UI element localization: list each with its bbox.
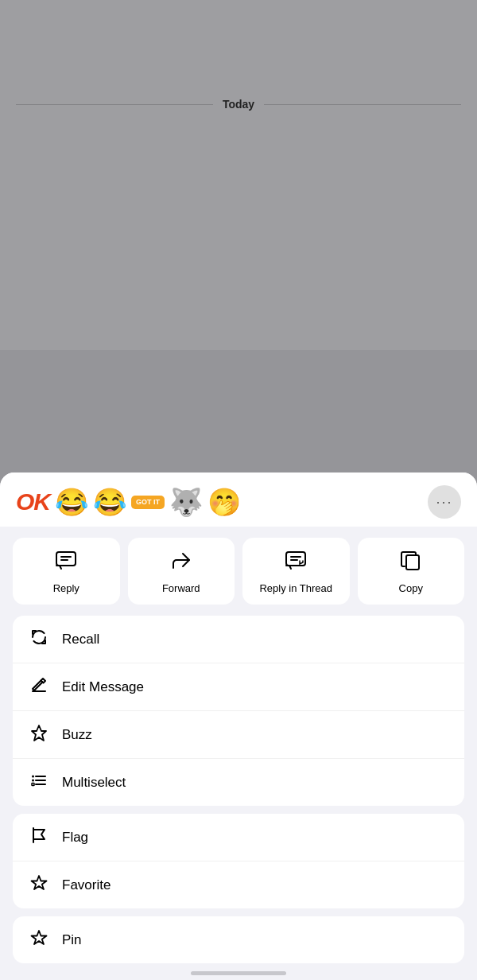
emoji-more-button[interactable]: ··· xyxy=(428,485,461,519)
flag-item[interactable]: Flag xyxy=(13,814,464,861)
svg-point-11 xyxy=(32,776,34,778)
forward-button[interactable]: Forward xyxy=(128,538,235,605)
reply-thread-label: Reply in Thread xyxy=(259,582,332,595)
menu-group-1: Recall Edit Message Buzz xyxy=(13,616,464,806)
emoji-laugh-tears-2[interactable]: 😂 xyxy=(93,486,126,518)
reply-button[interactable]: Reply xyxy=(13,538,120,605)
edit-message-label: Edit Message xyxy=(62,679,144,695)
svg-rect-4 xyxy=(286,552,305,566)
menu-group-3: Pin xyxy=(13,916,464,963)
svg-rect-7 xyxy=(406,555,419,570)
reply-thread-button[interactable]: Reply in Thread xyxy=(242,538,350,605)
recall-label: Recall xyxy=(62,632,99,648)
multiselect-label: Multiselect xyxy=(62,775,126,791)
multiselect-icon xyxy=(29,772,49,793)
emoji-wolf[interactable]: 🐺 xyxy=(169,486,203,518)
reply-icon xyxy=(55,550,77,576)
emoji-thinking[interactable]: 🤭 xyxy=(207,486,241,518)
svg-point-12 xyxy=(32,780,34,782)
action-grid: Reply Forward Reply in Th xyxy=(0,527,477,616)
favorite-item[interactable]: Favorite xyxy=(13,861,464,908)
buzz-item[interactable]: Buzz xyxy=(13,711,464,759)
emoji-ok[interactable]: OK xyxy=(16,488,50,515)
menu-group-2: Flag Favorite xyxy=(13,814,464,908)
handle-bar xyxy=(191,971,286,975)
buzz-label: Buzz xyxy=(62,727,92,743)
reply-thread-icon xyxy=(285,550,307,576)
flag-icon xyxy=(29,826,49,848)
edit-message-item[interactable]: Edit Message xyxy=(13,663,464,711)
favorite-label: Favorite xyxy=(62,877,111,893)
emoji-row: OK 😂 😂 GOT IT 🐺 🤭 ··· xyxy=(0,472,477,527)
copy-button[interactable]: Copy xyxy=(358,538,465,605)
favorite-icon xyxy=(29,874,49,896)
svg-rect-1 xyxy=(56,552,76,566)
pin-item[interactable]: Pin xyxy=(13,916,464,963)
pin-label: Pin xyxy=(62,932,82,948)
forward-icon xyxy=(170,550,192,576)
flag-label: Flag xyxy=(62,830,88,846)
pin-icon xyxy=(29,929,49,951)
bottom-sheet: OK 😂 😂 GOT IT 🐺 🤭 ··· Reply xyxy=(0,472,477,980)
copy-icon xyxy=(400,550,422,576)
edit-icon xyxy=(29,676,49,698)
multiselect-item[interactable]: Multiselect xyxy=(13,759,464,806)
recall-icon xyxy=(29,628,49,650)
emoji-laugh-tears[interactable]: 😂 xyxy=(55,486,88,518)
reply-label: Reply xyxy=(53,582,80,595)
copy-label: Copy xyxy=(399,582,423,595)
emoji-got-it[interactable]: GOT IT xyxy=(131,496,165,509)
svg-rect-13 xyxy=(32,784,34,786)
forward-label: Forward xyxy=(162,582,200,595)
bottom-handle xyxy=(0,963,477,980)
buzz-icon xyxy=(29,724,49,745)
recall-item[interactable]: Recall xyxy=(13,616,464,663)
